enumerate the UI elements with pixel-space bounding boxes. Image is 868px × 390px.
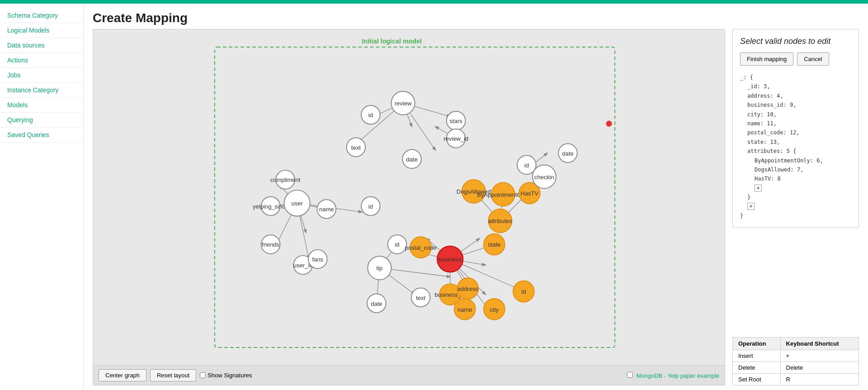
json-root: _: {	[740, 73, 851, 82]
svg-text:yelping_since: yelping_since	[253, 203, 288, 210]
node-postal-code[interactable]: postal_code	[405, 237, 436, 258]
shortcuts-table: Operation Keyboard Shortcut Insert + Del…	[732, 337, 859, 385]
json-plus-btn-outer[interactable]: +	[740, 202, 851, 211]
svg-text:Initial logical model: Initial logical model	[362, 38, 422, 45]
sidebar-item-models[interactable]: Models	[0, 98, 83, 113]
node-fans[interactable]: fans	[308, 250, 327, 269]
reset-layout-button[interactable]: Reset layout	[150, 369, 196, 381]
node-date-checkin[interactable]: date	[558, 144, 577, 163]
svg-text:id: id	[395, 241, 399, 248]
svg-text:HasTV: HasTV	[520, 190, 538, 197]
node-compliment[interactable]: compliment	[270, 170, 301, 189]
json-dogs-allowed: DogsAllowed: 7,	[740, 165, 851, 174]
node-id-user[interactable]: id	[361, 197, 380, 216]
show-signatures-label[interactable]: Show Signatures	[200, 372, 252, 379]
node-address[interactable]: address	[457, 278, 478, 299]
json-by-appointment: ByAppointmentOnly: 6,	[740, 156, 851, 165]
json-state: state: 13,	[740, 138, 851, 147]
svg-text:checkin: checkin	[534, 174, 554, 181]
node-text-review[interactable]: text	[347, 138, 366, 157]
svg-text:postal_code: postal_code	[405, 244, 436, 251]
json-hastv: HasTV: 8	[740, 174, 851, 183]
node-review-id[interactable]: review_id	[443, 129, 468, 148]
svg-text:friends: friends	[262, 241, 280, 248]
graph-and-panel: Initial logical model	[84, 29, 868, 390]
node-checkin[interactable]: checkin	[533, 165, 556, 188]
graph-svg: Initial logical model	[93, 29, 725, 365]
svg-text:attributes: attributes	[488, 218, 513, 224]
sidebar-item-saved-queries[interactable]: Saved Queries	[0, 128, 83, 143]
shortcut-insert-row: Insert +	[733, 350, 859, 362]
svg-text:id: id	[368, 112, 373, 119]
node-id-top[interactable]: id	[361, 105, 380, 124]
sidebar-item-actions[interactable]: Actions	[0, 53, 83, 68]
shortcuts-panel: Operation Keyboard Shortcut Insert + Del…	[732, 337, 859, 385]
node-friends[interactable]: friends	[261, 235, 280, 254]
node-tip[interactable]: tip	[368, 256, 391, 280]
cancel-button[interactable]: Cancel	[797, 52, 829, 66]
svg-text:state: state	[488, 241, 500, 248]
svg-text:tip: tip	[377, 265, 383, 271]
sidebar-item-instance-category[interactable]: Instance Category	[0, 83, 83, 98]
sidebar-item-data-sources[interactable]: Data sources	[0, 38, 83, 53]
mapping-buttons: Finish mapping Cancel	[740, 52, 851, 66]
page-title: Create Mapping	[84, 4, 868, 29]
node-date-tip[interactable]: date	[367, 294, 386, 313]
svg-text:stars: stars	[450, 118, 463, 124]
json-business-id: business_id: 9,	[740, 100, 851, 109]
right-panel: Select valid nodes to edit Finish mappin…	[732, 29, 859, 385]
svg-text:text: text	[416, 295, 425, 301]
node-text-tip[interactable]: text	[411, 288, 430, 307]
node-id-right[interactable]: id	[517, 156, 536, 175]
shortcut-delete-key: Delete	[780, 362, 859, 374]
sidebar-item-querying[interactable]: Querying	[0, 113, 83, 128]
svg-text:date: date	[562, 150, 573, 157]
sidebar-item-logical-models[interactable]: Logical Models	[0, 23, 83, 38]
node-review[interactable]: review	[391, 91, 415, 115]
graph-canvas[interactable]: Initial logical model	[93, 29, 725, 365]
sidebar-item-schema-category[interactable]: Schema Category	[0, 8, 83, 23]
node-business[interactable]: business	[437, 246, 463, 272]
svg-text:address: address	[458, 285, 479, 292]
shortcut-delete-op: Delete	[733, 362, 781, 374]
json-attributes: attributes: 5 {	[740, 147, 851, 156]
node-state[interactable]: state	[484, 234, 505, 255]
node-id-tip[interactable]: id	[388, 235, 407, 254]
svg-point-2	[606, 121, 612, 127]
node-name-user[interactable]: name	[317, 200, 336, 219]
top-bar	[0, 0, 868, 4]
shortcuts-operation-header: Operation	[733, 338, 781, 350]
sidebar: Schema Category Logical Models Data sour…	[0, 4, 84, 390]
json-close-brace: }	[740, 193, 851, 202]
center-graph-button[interactable]: Center graph	[99, 369, 146, 381]
graph-container: Initial logical model	[93, 29, 725, 385]
dataset-checkbox[interactable]	[627, 372, 633, 378]
json-name: name: 11,	[740, 119, 851, 128]
svg-text:id: id	[368, 203, 373, 210]
node-attributes[interactable]: attributes	[488, 209, 513, 233]
svg-text:text: text	[351, 144, 361, 151]
sidebar-item-jobs[interactable]: Jobs	[0, 68, 83, 83]
mapping-panel-title: Select valid nodes to edit	[740, 37, 851, 46]
node-date-review[interactable]: date	[402, 150, 421, 169]
node-id-business[interactable]: id	[513, 281, 534, 302]
shortcut-insert-op: Insert	[733, 350, 781, 362]
json-postal-code: postal_code: 12,	[740, 128, 851, 137]
svg-text:date: date	[371, 300, 382, 307]
node-city[interactable]: city	[484, 299, 505, 320]
mapping-panel: Select valid nodes to edit Finish mappin…	[732, 29, 859, 228]
shortcut-setroot-key: R	[780, 374, 859, 385]
json-id: _id: 3,	[740, 82, 851, 91]
finish-mapping-button[interactable]: Finish mapping	[740, 52, 793, 66]
json-plus-btn-inner[interactable]: +	[740, 184, 851, 193]
shortcut-delete-row: Delete Delete	[733, 362, 859, 374]
node-stars[interactable]: stars	[447, 111, 466, 130]
node-user[interactable]: user	[284, 190, 310, 216]
json-preview: _: { _id: 3, address: 4, business_id: 9,…	[740, 73, 851, 220]
node-yelping-since[interactable]: yelping_since	[253, 197, 288, 216]
svg-text:compliment: compliment	[270, 176, 301, 183]
svg-text:review_id: review_id	[443, 135, 468, 142]
svg-text:review: review	[395, 100, 412, 107]
json-city: city: 10,	[740, 110, 851, 119]
show-signatures-checkbox[interactable]	[200, 372, 206, 378]
